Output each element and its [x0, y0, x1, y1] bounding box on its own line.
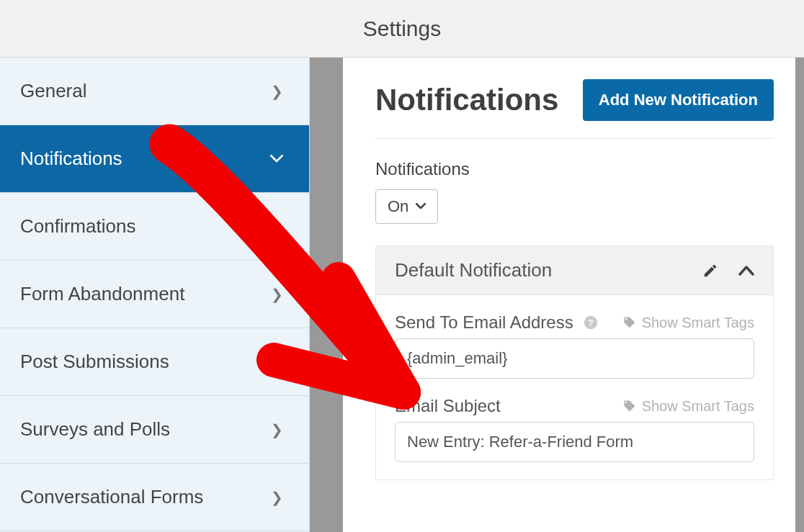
email-subject-input[interactable]	[395, 422, 754, 462]
notification-card: Default Notification	[375, 245, 774, 480]
svg-text:?: ?	[588, 317, 594, 328]
tag-icon	[622, 315, 636, 330]
send-to-field: Send To Email Address ? Show Sm	[395, 312, 754, 379]
chevron-down-icon	[416, 203, 426, 210]
sidebar-item-label: Confirmations	[20, 215, 135, 238]
panel-title: Notifications	[375, 83, 558, 117]
chevron-right-icon: ❯	[271, 421, 283, 438]
subject-label-row: Email Subject	[395, 396, 501, 416]
sidebar-item-label: Conversational Forms	[20, 486, 203, 508]
show-smart-tags-link[interactable]: Show Smart Tags	[622, 315, 754, 331]
card-actions	[702, 263, 754, 279]
email-subject-field: Email Subject Show Smart Tags	[395, 396, 754, 462]
gutter	[310, 58, 343, 532]
settings-sidebar: General ❯ Notifications Confirmations ❯ …	[0, 58, 310, 532]
chevron-right-icon: ❯	[271, 286, 283, 303]
card-body: Send To Email Address ? Show Sm	[376, 295, 773, 479]
notifications-toggle[interactable]: On	[375, 189, 438, 224]
notifications-toggle-section: Notifications On	[375, 159, 774, 224]
field-label: Send To Email Address	[395, 312, 573, 333]
show-smart-tags-link[interactable]: Show Smart Tags	[622, 398, 754, 415]
sidebar-item-form-abandonment[interactable]: Form Abandonment ❯	[0, 261, 309, 328]
chevron-right-icon: ❯	[271, 83, 283, 100]
field-label: Email Subject	[395, 396, 501, 416]
help-icon[interactable]: ?	[582, 314, 599, 331]
chevron-right-icon: ❯	[271, 353, 283, 371]
chevron-right-icon: ❯	[271, 218, 283, 235]
app-root: Settings General ❯ Notifications Confirm…	[0, 0, 804, 532]
panel-header: Notifications Add New Notification	[375, 79, 774, 139]
sidebar-item-conversational-forms[interactable]: Conversational Forms ❯	[0, 464, 309, 531]
sidebar-item-general[interactable]: General ❯	[0, 58, 309, 125]
card-header: Default Notification	[376, 246, 773, 295]
edit-icon[interactable]	[702, 263, 718, 279]
notifications-panel: Notifications Add New Notification Notif…	[343, 58, 795, 532]
send-to-input[interactable]	[395, 338, 754, 379]
sidebar-item-post-submissions[interactable]: Post Submissions ❯	[0, 328, 309, 396]
add-new-notification-button[interactable]: Add New Notification	[583, 79, 774, 121]
send-to-label-row: Send To Email Address ?	[395, 312, 599, 333]
smart-tags-label: Show Smart Tags	[642, 315, 754, 331]
chevron-down-icon	[270, 155, 283, 163]
sidebar-item-label: Form Abandonment	[20, 283, 184, 305]
page-header: Settings	[0, 0, 804, 58]
main-column: Notifications Add New Notification Notif…	[343, 58, 804, 532]
sidebar-item-label: General	[20, 80, 87, 102]
body: General ❯ Notifications Confirmations ❯ …	[0, 58, 804, 532]
toggle-value: On	[388, 197, 408, 216]
collapse-icon[interactable]	[738, 265, 754, 276]
smart-tags-label: Show Smart Tags	[642, 398, 754, 415]
sidebar-item-surveys-polls[interactable]: Surveys and Polls ❯	[0, 396, 309, 464]
tag-icon	[622, 399, 636, 413]
page-title: Settings	[363, 17, 441, 41]
chevron-right-icon: ❯	[271, 489, 283, 506]
card-title: Default Notification	[395, 259, 552, 281]
sidebar-item-label: Notifications	[20, 148, 122, 170]
sidebar-item-confirmations[interactable]: Confirmations ❯	[0, 193, 309, 261]
toggle-label: Notifications	[375, 159, 774, 179]
sidebar-item-label: Post Submissions	[20, 351, 169, 373]
sidebar-item-notifications[interactable]: Notifications	[0, 125, 309, 193]
sidebar-item-label: Surveys and Polls	[20, 418, 170, 441]
